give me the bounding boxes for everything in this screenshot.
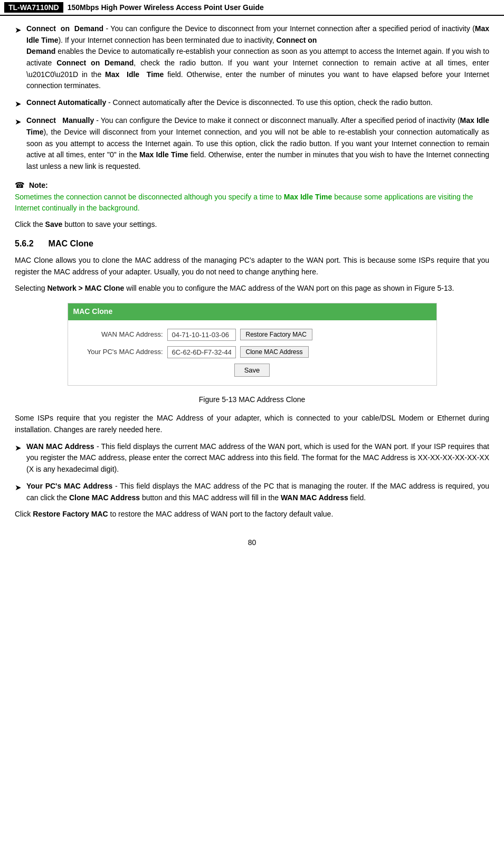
mac-clone-figure: MAC Clone WAN MAC Address: Restore Facto… [68,303,437,386]
page-header: TL-WA7110ND 150Mbps High Power Wireless … [0,0,504,16]
bullet-connect-manually: ➤ Connect Manually - You can configure t… [15,115,489,172]
page-number: 80 [248,538,256,547]
model-label: TL-WA7110ND [4,2,63,13]
bullet-connect-on-demand: ➤ Connect on Demand - You can configure … [15,23,489,92]
wan-mac-row: WAN MAC Address: Restore Factory MAC [79,329,426,341]
bullet-symbol-3: ➤ [15,116,26,128]
note-section: ☎ Note: Sometimes the connection cannot … [15,179,489,214]
connect-on-demand-label: Connect on Demand [26,24,103,33]
mac-clone-body: WAN MAC Address: Restore Factory MAC You… [68,320,436,385]
bullet-symbol-5: ➤ [15,481,26,493]
restore-instruction: Click Restore Factory MAC to restore the… [15,509,489,520]
pc-mac-feature-text: Your PC's MAC Address - This field displ… [26,481,489,503]
section-title: MAC Clone [49,237,93,251]
wan-mac-feature-text: WAN MAC Address - This field displays th… [26,441,489,475]
page-footer: 80 [0,533,504,549]
pc-mac-feature-label: Your PC's MAC Address [26,482,112,490]
mac-clone-header: MAC Clone [68,303,436,320]
bullet-symbol-4: ➤ [15,442,26,454]
save-instruction: Click the Save button to save your setti… [15,219,489,231]
connect-manually-text: Connect Manually - You can configure the… [26,115,489,172]
wan-mac-label: WAN MAC Address: [79,329,163,340]
connect-automatically-label: Connect Automatically [26,98,106,107]
pc-mac-input[interactable] [167,346,236,358]
connect-automatically-text: Connect Automatically - Connect automati… [26,97,489,109]
pc-mac-label: Your PC's MAC Address: [79,347,163,357]
bullet-symbol: ➤ [15,24,26,36]
wan-mac-feature-label: WAN MAC Address [26,442,94,451]
note-text: Sometimes the connection cannot be disco… [15,192,489,214]
main-content: ➤ Connect on Demand - You can configure … [0,16,504,533]
paragraph-2: Selecting Network > MAC Clone will enabl… [15,283,489,294]
after-paragraph-1: Some ISPs require that you register the … [15,413,489,435]
section-heading: 5.6.2 MAC Clone [15,237,489,251]
bullet-pc-mac: ➤ Your PC's MAC Address - This field dis… [15,481,489,503]
mac-clone-save-button[interactable]: Save [234,364,270,377]
note-header: ☎ Note: [15,179,489,192]
clone-mac-address-button[interactable]: Clone MAC Address [240,346,309,358]
note-label: Note: [29,181,48,189]
pc-mac-row: Your PC's MAC Address: Clone MAC Address [79,346,426,358]
connect-manually-label: Connect Manually [26,116,94,125]
bullet-connect-automatically: ➤ Connect Automatically - Connect automa… [15,97,489,110]
section-number: 5.6.2 [15,237,34,251]
paragraph-1: MAC Clone allows you to clone the MAC ad… [15,255,489,278]
mac-clone-save-row: Save [79,364,426,377]
wan-mac-input[interactable] [167,329,236,341]
bullet-wan-mac: ➤ WAN MAC Address - This field displays … [15,441,489,475]
bullet-symbol-2: ➤ [15,98,26,110]
page-title: 150Mbps High Power Wireless Access Point… [68,3,264,12]
connect-on-demand-text: Connect on Demand - You can configure th… [26,23,489,92]
note-icon: ☎ [15,180,25,189]
restore-factory-mac-button[interactable]: Restore Factory MAC [240,329,312,340]
figure-caption: Figure 5-13 MAC Address Clone [15,394,489,406]
